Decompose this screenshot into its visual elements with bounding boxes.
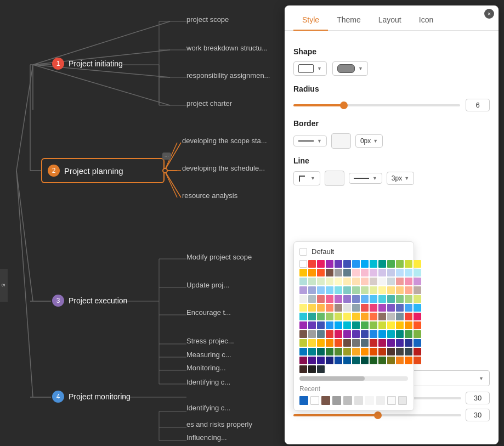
color-cell[interactable] [308, 313, 316, 320]
line-color-swatch[interactable] [325, 171, 344, 186]
color-cell[interactable] [308, 365, 316, 373]
color-cell[interactable] [343, 278, 351, 285]
recent-color-cell[interactable] [365, 396, 374, 405]
shape-rect-dropdown[interactable]: ▼ [293, 61, 327, 76]
color-cell[interactable] [352, 348, 360, 355]
color-cell[interactable] [405, 348, 412, 355]
tab-theme[interactable]: Theme [328, 10, 370, 31]
color-cell[interactable] [308, 295, 316, 303]
color-cell[interactable] [414, 295, 421, 303]
color-cell[interactable] [396, 313, 404, 320]
color-cell[interactable] [405, 260, 412, 268]
color-cell[interactable] [396, 304, 404, 312]
color-cell[interactable] [387, 304, 395, 312]
slider2-thumb[interactable] [374, 411, 382, 419]
color-cell[interactable] [396, 286, 404, 294]
color-cell[interactable] [299, 330, 307, 338]
color-cell[interactable] [335, 313, 342, 320]
color-cell[interactable] [335, 278, 342, 285]
color-cell[interactable] [317, 339, 325, 347]
color-cell[interactable] [326, 348, 333, 355]
color-cell[interactable] [308, 278, 316, 285]
color-cell[interactable] [317, 286, 325, 294]
color-cell[interactable] [396, 278, 404, 285]
color-cell[interactable] [361, 330, 369, 338]
color-cell[interactable] [326, 295, 333, 303]
recent-color-cell[interactable] [310, 396, 319, 405]
tab-style[interactable]: Style [293, 10, 328, 31]
color-cell[interactable] [299, 339, 307, 347]
color-cell[interactable] [299, 313, 307, 320]
color-cell[interactable] [343, 286, 351, 294]
color-cell[interactable] [326, 286, 333, 294]
color-cell[interactable] [326, 357, 333, 364]
picker-scrollbar[interactable] [299, 376, 408, 381]
color-cell[interactable] [308, 321, 316, 329]
color-cell[interactable] [396, 339, 404, 347]
color-cell[interactable] [378, 260, 386, 268]
panel-close-button[interactable]: × [484, 9, 494, 19]
color-cell[interactable] [396, 348, 404, 355]
color-cell[interactable] [378, 321, 386, 329]
border-px-dropdown[interactable]: 0px ▼ [355, 134, 383, 148]
color-cell[interactable] [308, 304, 316, 312]
color-cell[interactable] [335, 330, 342, 338]
slider2-container[interactable] [293, 410, 461, 421]
color-cell[interactable] [326, 330, 333, 338]
color-cell[interactable] [352, 339, 360, 347]
color-cell[interactable] [414, 304, 421, 312]
section3-header[interactable]: 3 Project execution [52, 295, 127, 307]
radius-number-input[interactable] [466, 99, 490, 111]
section4-header[interactable]: 4 Project monitoring [52, 391, 131, 403]
color-cell[interactable] [387, 286, 395, 294]
recent-color-cell[interactable] [387, 396, 396, 405]
color-cell[interactable] [343, 357, 351, 364]
border-color-swatch[interactable] [331, 133, 351, 149]
color-cell[interactable] [370, 304, 377, 312]
color-cell[interactable] [414, 260, 421, 268]
color-cell[interactable] [414, 286, 421, 294]
recent-color-cell[interactable] [343, 396, 352, 405]
central-node-dots[interactable]: ··· [162, 153, 171, 160]
color-cell[interactable] [335, 321, 342, 329]
color-cell[interactable] [414, 339, 421, 347]
line-dash-dropdown[interactable]: ▼ [349, 173, 382, 184]
color-cell[interactable] [352, 313, 360, 320]
color-cell[interactable] [317, 269, 325, 276]
color-cell[interactable] [414, 321, 421, 329]
color-cell[interactable] [361, 286, 369, 294]
color-cell[interactable] [343, 321, 351, 329]
color-cell[interactable] [405, 330, 412, 338]
color-cell[interactable] [343, 339, 351, 347]
color-cell[interactable] [326, 304, 333, 312]
color-cell[interactable] [370, 313, 377, 320]
color-cell[interactable] [387, 339, 395, 347]
color-cell[interactable] [335, 260, 342, 268]
color-cell[interactable] [317, 313, 325, 320]
color-cell[interactable] [343, 295, 351, 303]
recent-color-cell[interactable] [398, 396, 407, 405]
color-cell[interactable] [317, 365, 325, 373]
line-px-dropdown[interactable]: 3px ▼ [387, 172, 414, 185]
color-cell[interactable] [370, 269, 377, 276]
color-cell[interactable] [361, 313, 369, 320]
color-cell[interactable] [299, 269, 307, 276]
recent-color-cell[interactable] [299, 396, 308, 405]
color-cell[interactable] [361, 321, 369, 329]
color-cell[interactable] [396, 260, 404, 268]
color-cell[interactable] [317, 348, 325, 355]
color-cell[interactable] [370, 286, 377, 294]
color-cell[interactable] [352, 269, 360, 276]
color-cell[interactable] [378, 339, 386, 347]
shape-rounded-dropdown[interactable]: ▼ [332, 61, 368, 76]
color-cell[interactable] [387, 260, 395, 268]
color-cell[interactable] [352, 295, 360, 303]
color-cell[interactable] [317, 330, 325, 338]
color-cell[interactable] [317, 304, 325, 312]
default-checkbox[interactable] [299, 248, 307, 256]
color-cell[interactable] [299, 348, 307, 355]
color-cell[interactable] [317, 295, 325, 303]
color-cell[interactable] [335, 286, 342, 294]
color-cell[interactable] [308, 357, 316, 364]
color-cell[interactable] [405, 321, 412, 329]
